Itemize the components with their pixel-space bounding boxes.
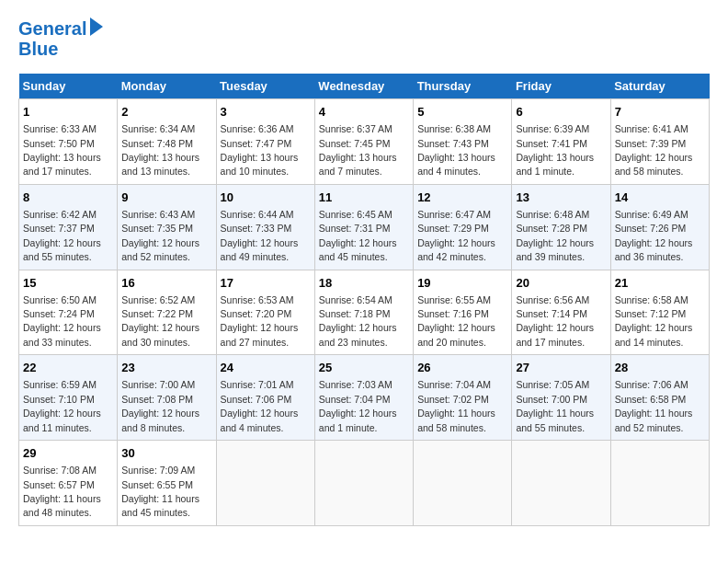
calendar-cell: 24Sunrise: 7:01 AM Sunset: 7:06 PM Dayli…	[216, 355, 314, 441]
day-number: 30	[121, 445, 211, 462]
calendar-cell: 17Sunrise: 6:53 AM Sunset: 7:20 PM Dayli…	[216, 270, 314, 355]
weekday-header-row: SundayMondayTuesdayWednesdayThursdayFrid…	[19, 74, 710, 99]
day-number: 23	[121, 360, 211, 376]
day-info: Sunrise: 6:41 AM Sunset: 7:39 PM Dayligh…	[615, 123, 693, 177]
day-info: Sunrise: 6:52 AM Sunset: 7:22 PM Dayligh…	[121, 294, 199, 348]
calendar-cell: 30Sunrise: 7:09 AM Sunset: 6:55 PM Dayli…	[118, 441, 216, 526]
calendar-cell: 11Sunrise: 6:45 AM Sunset: 7:31 PM Dayli…	[314, 184, 413, 270]
day-number: 14	[615, 190, 705, 206]
calendar-cell: 4Sunrise: 6:37 AM Sunset: 7:45 PM Daylig…	[314, 99, 413, 185]
calendar-cell: 29Sunrise: 7:08 AM Sunset: 6:57 PM Dayli…	[19, 441, 118, 526]
logo-general: General	[18, 18, 86, 39]
day-info: Sunrise: 6:59 AM Sunset: 7:10 PM Dayligh…	[23, 379, 101, 432]
calendar-cell: 8Sunrise: 6:42 AM Sunset: 7:37 PM Daylig…	[19, 184, 118, 270]
day-number: 3	[221, 104, 311, 121]
day-number: 28	[615, 360, 705, 376]
calendar-cell: 7Sunrise: 6:41 AM Sunset: 7:39 PM Daylig…	[610, 99, 709, 185]
day-number: 17	[221, 275, 311, 292]
logo-blue: Blue	[18, 39, 103, 59]
day-info: Sunrise: 6:37 AM Sunset: 7:45 PM Dayligh…	[319, 123, 397, 177]
calendar-table: SundayMondayTuesdayWednesdayThursdayFrid…	[18, 74, 710, 526]
day-number: 2	[121, 104, 211, 121]
day-number: 10	[221, 190, 311, 206]
day-number: 4	[319, 104, 409, 121]
day-info: Sunrise: 7:08 AM Sunset: 6:57 PM Dayligh…	[23, 465, 101, 518]
day-number: 5	[417, 104, 507, 121]
day-info: Sunrise: 6:34 AM Sunset: 7:48 PM Dayligh…	[121, 123, 199, 177]
day-info: Sunrise: 7:00 AM Sunset: 7:08 PM Dayligh…	[121, 379, 199, 432]
day-info: Sunrise: 7:05 AM Sunset: 7:00 PM Dayligh…	[516, 379, 594, 432]
day-number: 20	[516, 275, 606, 292]
calendar-cell: 12Sunrise: 6:47 AM Sunset: 7:29 PM Dayli…	[414, 184, 512, 270]
calendar-cell	[512, 441, 610, 526]
calendar-cell: 26Sunrise: 7:04 AM Sunset: 7:02 PM Dayli…	[414, 355, 512, 441]
day-number: 6	[516, 104, 606, 121]
weekday-header-saturday: Saturday	[610, 74, 709, 99]
calendar-cell: 18Sunrise: 6:54 AM Sunset: 7:18 PM Dayli…	[314, 270, 413, 355]
day-number: 15	[23, 275, 113, 292]
day-number: 16	[121, 275, 211, 292]
calendar-cell: 6Sunrise: 6:39 AM Sunset: 7:41 PM Daylig…	[512, 99, 610, 185]
day-info: Sunrise: 6:50 AM Sunset: 7:24 PM Dayligh…	[23, 294, 101, 348]
calendar-cell: 2Sunrise: 6:34 AM Sunset: 7:48 PM Daylig…	[118, 99, 216, 185]
calendar-week-1: 1Sunrise: 6:33 AM Sunset: 7:50 PM Daylig…	[19, 99, 710, 185]
day-number: 27	[516, 360, 606, 376]
calendar-cell	[414, 441, 512, 526]
day-number: 22	[23, 360, 113, 376]
day-info: Sunrise: 6:38 AM Sunset: 7:43 PM Dayligh…	[417, 123, 495, 177]
day-info: Sunrise: 7:01 AM Sunset: 7:06 PM Dayligh…	[221, 379, 299, 432]
calendar-cell: 21Sunrise: 6:58 AM Sunset: 7:12 PM Dayli…	[610, 270, 709, 355]
day-info: Sunrise: 6:48 AM Sunset: 7:28 PM Dayligh…	[516, 209, 594, 262]
weekday-header-sunday: Sunday	[19, 74, 118, 99]
day-number: 29	[23, 445, 113, 462]
day-info: Sunrise: 6:56 AM Sunset: 7:14 PM Dayligh…	[516, 294, 594, 348]
calendar-cell: 13Sunrise: 6:48 AM Sunset: 7:28 PM Dayli…	[512, 184, 610, 270]
calendar-cell: 23Sunrise: 7:00 AM Sunset: 7:08 PM Dayli…	[118, 355, 216, 441]
calendar-cell: 1Sunrise: 6:33 AM Sunset: 7:50 PM Daylig…	[19, 99, 118, 185]
day-info: Sunrise: 7:04 AM Sunset: 7:02 PM Dayligh…	[417, 379, 495, 432]
weekday-header-wednesday: Wednesday	[314, 74, 413, 99]
day-number: 25	[319, 360, 409, 376]
logo-arrow-icon	[90, 17, 103, 36]
calendar-cell	[216, 441, 314, 526]
day-number: 11	[319, 190, 409, 206]
day-info: Sunrise: 6:36 AM Sunset: 7:47 PM Dayligh…	[221, 123, 299, 177]
logo: General Blue	[18, 18, 103, 59]
calendar-cell: 28Sunrise: 7:06 AM Sunset: 6:58 PM Dayli…	[610, 355, 709, 441]
day-number: 21	[615, 275, 705, 292]
day-number: 26	[417, 360, 507, 376]
day-info: Sunrise: 6:42 AM Sunset: 7:37 PM Dayligh…	[23, 209, 101, 262]
day-info: Sunrise: 6:44 AM Sunset: 7:33 PM Dayligh…	[221, 209, 299, 262]
calendar-week-3: 15Sunrise: 6:50 AM Sunset: 7:24 PM Dayli…	[19, 270, 710, 355]
day-info: Sunrise: 6:43 AM Sunset: 7:35 PM Dayligh…	[121, 209, 199, 262]
day-number: 1	[23, 104, 113, 121]
logo-text: General	[18, 18, 86, 39]
calendar-cell: 15Sunrise: 6:50 AM Sunset: 7:24 PM Dayli…	[19, 270, 118, 355]
day-number: 12	[417, 190, 507, 206]
day-number: 8	[23, 190, 113, 206]
day-number: 19	[417, 275, 507, 292]
day-info: Sunrise: 6:47 AM Sunset: 7:29 PM Dayligh…	[417, 209, 495, 262]
calendar-cell: 19Sunrise: 6:55 AM Sunset: 7:16 PM Dayli…	[414, 270, 512, 355]
calendar-cell: 10Sunrise: 6:44 AM Sunset: 7:33 PM Dayli…	[216, 184, 314, 270]
calendar-cell: 14Sunrise: 6:49 AM Sunset: 7:26 PM Dayli…	[610, 184, 709, 270]
day-info: Sunrise: 6:45 AM Sunset: 7:31 PM Dayligh…	[319, 209, 397, 262]
day-number: 13	[516, 190, 606, 206]
day-info: Sunrise: 6:39 AM Sunset: 7:41 PM Dayligh…	[516, 123, 594, 177]
day-number: 24	[221, 360, 311, 376]
day-number: 9	[121, 190, 211, 206]
day-info: Sunrise: 6:33 AM Sunset: 7:50 PM Dayligh…	[23, 123, 101, 177]
calendar-week-4: 22Sunrise: 6:59 AM Sunset: 7:10 PM Dayli…	[19, 355, 710, 441]
calendar-week-2: 8Sunrise: 6:42 AM Sunset: 7:37 PM Daylig…	[19, 184, 710, 270]
weekday-header-monday: Monday	[118, 74, 216, 99]
day-info: Sunrise: 6:49 AM Sunset: 7:26 PM Dayligh…	[615, 209, 693, 262]
day-info: Sunrise: 6:53 AM Sunset: 7:20 PM Dayligh…	[221, 294, 299, 348]
day-info: Sunrise: 6:55 AM Sunset: 7:16 PM Dayligh…	[417, 294, 495, 348]
weekday-header-tuesday: Tuesday	[216, 74, 314, 99]
weekday-header-thursday: Thursday	[414, 74, 512, 99]
day-number: 7	[615, 104, 705, 121]
calendar-cell: 27Sunrise: 7:05 AM Sunset: 7:00 PM Dayli…	[512, 355, 610, 441]
calendar-cell	[610, 441, 709, 526]
day-number: 18	[319, 275, 409, 292]
calendar-cell: 16Sunrise: 6:52 AM Sunset: 7:22 PM Dayli…	[118, 270, 216, 355]
